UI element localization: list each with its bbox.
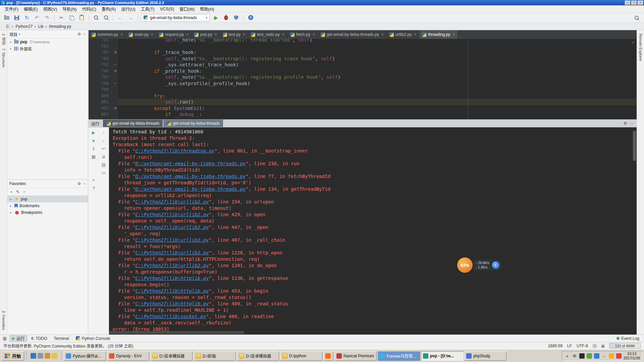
stacktrace-link[interactable]: C:\Python27\lib\urllib2.py bbox=[135, 263, 209, 268]
stacktrace-link[interactable]: C:\Python27\lib\socket.py bbox=[135, 314, 206, 319]
line-number[interactable]: 803 bbox=[89, 111, 113, 118]
add-favorite-icon[interactable]: + bbox=[10, 189, 13, 194]
editor-tab[interactable]: common.py× bbox=[89, 30, 126, 39]
stacktrace-link[interactable]: C:\Python27\lib\urllib2.py bbox=[135, 250, 209, 255]
copy-icon[interactable] bbox=[67, 14, 75, 22]
console-horizontal-scrollbar[interactable] bbox=[109, 331, 630, 334]
menu-item[interactable]: 窗口(W) bbox=[177, 5, 197, 13]
project-root-item[interactable]: ▸ pvp D:\www\pvp bbox=[7, 39, 88, 45]
ie-icon[interactable] bbox=[31, 353, 36, 359]
editor-tab[interactable]: test.py× bbox=[220, 30, 248, 39]
stacktrace-link[interactable]: C:\Python27\lib\urllib2.py bbox=[135, 237, 209, 243]
external-libraries-item[interactable]: ▸ 外部库 bbox=[7, 45, 88, 52]
chevron-right-icon[interactable]: ▸ bbox=[10, 211, 13, 214]
help-icon[interactable] bbox=[247, 14, 255, 22]
menu-item[interactable]: 重构(R) bbox=[99, 5, 118, 13]
soft-wraps-button[interactable]: ↩ bbox=[100, 145, 108, 152]
gear-icon[interactable]: ⚙ bbox=[77, 32, 81, 37]
breadcrumb-item[interactable]: Lib bbox=[36, 23, 46, 29]
encoding-indicator[interactable]: UTF-8 bbox=[577, 344, 588, 348]
console-output[interactable]: fetch thread by tid : 4914981860Exceptio… bbox=[109, 127, 637, 335]
toolwindow-button-remote-explorer[interactable]: Remote Explorer bbox=[639, 34, 643, 61]
toolwindow-button-structure[interactable]: 7: Structure bbox=[2, 48, 6, 67]
menu-item[interactable]: 导航(N) bbox=[60, 5, 79, 13]
net-speed-widget[interactable]: 82% ↑ 29.6K/s ↓ 1.3K/s + bbox=[457, 257, 502, 273]
chevron-right-icon[interactable]: ▸ bbox=[10, 47, 13, 50]
taskbar-button[interactable]: D:\前端 bbox=[194, 351, 236, 361]
line-number[interactable]: 795 bbox=[89, 62, 113, 68]
menu-item[interactable]: 编辑(E) bbox=[21, 5, 41, 13]
fold-marker-icon[interactable]: ⊟ bbox=[113, 49, 118, 56]
rerun-button[interactable]: ▶ bbox=[90, 129, 98, 136]
menu-item[interactable]: 工具(T) bbox=[138, 5, 157, 13]
explorer-icon[interactable] bbox=[52, 353, 57, 359]
minimize-button[interactable]: ─ bbox=[625, 1, 631, 5]
editor-tab[interactable]: fetch.py× bbox=[287, 30, 318, 39]
line-number[interactable]: 800 bbox=[89, 93, 113, 99]
show-desktop-icon[interactable] bbox=[38, 353, 43, 359]
fold-marker-icon[interactable]: ⌐ bbox=[113, 80, 118, 87]
run-icon[interactable]: ▶ bbox=[212, 14, 220, 22]
editor-tab[interactable]: test_redis.py× bbox=[248, 30, 287, 39]
highlighting-level-icon[interactable] bbox=[593, 344, 597, 348]
close-tab-icon[interactable]: × bbox=[120, 32, 123, 37]
edit-favorite-icon[interactable]: ✎ bbox=[16, 189, 20, 194]
stacktrace-link[interactable]: D:/python/get-email-by-tieba-threads.py bbox=[135, 161, 246, 166]
clear-all-button[interactable]: ▭ bbox=[100, 169, 108, 176]
stacktrace-link[interactable]: C:\Python27\lib\urllib2.py bbox=[135, 225, 209, 230]
stacktrace-link[interactable]: C:\Python27\lib\threading.py bbox=[135, 148, 214, 154]
breadcrumb-item[interactable]: Python27 bbox=[14, 23, 35, 29]
line-number[interactable]: 792 bbox=[89, 43, 113, 50]
scroll-to-end-button[interactable]: ⇊ bbox=[100, 153, 108, 160]
accelerate-button[interactable]: + bbox=[492, 261, 499, 269]
fold-marker-icon[interactable]: ⊟ bbox=[113, 68, 118, 74]
close-tab-icon[interactable]: × bbox=[151, 32, 153, 37]
print-button[interactable]: ▤ bbox=[100, 161, 108, 168]
close-tab-icon[interactable]: × bbox=[215, 32, 217, 37]
run-tab[interactable]: get-email-by-tieba-threads bbox=[163, 120, 223, 127]
taskbar-clock[interactable]: 23:13 2017/1/28 bbox=[624, 352, 640, 360]
stacktrace-link[interactable]: C:\Python27\lib\httplib.py bbox=[135, 276, 209, 281]
memory-percent-ball[interactable]: 82% bbox=[457, 257, 473, 273]
media-player-icon[interactable] bbox=[45, 353, 50, 359]
inspection-status-icon[interactable]: ✓ bbox=[632, 40, 635, 45]
taskbar-button[interactable]: D:\安卓模拟器 bbox=[150, 351, 193, 361]
close-tab-icon[interactable]: × bbox=[313, 32, 315, 37]
toolwindow-button-project[interactable]: 1: 项目 bbox=[1, 34, 6, 45]
open-icon[interactable] bbox=[3, 14, 11, 22]
toolwindow-button-todo[interactable]: 6: TODO bbox=[29, 336, 50, 341]
editor-tab[interactable]: get-email-by-tieba-threads.py× bbox=[318, 30, 387, 39]
taskbar-button[interactable] bbox=[323, 351, 333, 361]
breadcrumb-item[interactable]: C: bbox=[4, 23, 12, 29]
security-360-icon[interactable] bbox=[587, 353, 592, 359]
chevron-right-icon[interactable]: ▸ bbox=[10, 204, 13, 207]
line-number[interactable]: 801 bbox=[89, 99, 113, 105]
save-all-icon[interactable] bbox=[13, 14, 21, 22]
chevron-down-icon[interactable]: ▾ bbox=[19, 33, 21, 36]
sync-icon[interactable]: ↻ bbox=[23, 14, 31, 22]
line-number[interactable]: 793 bbox=[89, 49, 113, 56]
menu-item[interactable]: 帮助(H) bbox=[197, 5, 217, 13]
taskbar-button[interactable]: pvp - [D:\w... bbox=[421, 351, 463, 361]
stacktrace-link[interactable]: C:\Python27\lib\httplib.py bbox=[135, 288, 209, 294]
up-stack-trace-button[interactable]: ↑ bbox=[100, 129, 108, 136]
paste-icon[interactable] bbox=[77, 14, 86, 22]
editor-tab[interactable]: request.py× bbox=[156, 30, 192, 39]
debug-icon[interactable] bbox=[222, 14, 230, 22]
replace-icon[interactable] bbox=[102, 14, 110, 22]
hide-panel-icon[interactable]: ─ bbox=[83, 32, 86, 37]
fold-marker-icon[interactable]: ⌐ bbox=[113, 62, 118, 68]
close-button[interactable]: × bbox=[90, 176, 98, 184]
taskbar-button[interactable]: D:\安卓模拟器 bbox=[237, 351, 279, 361]
gear-icon[interactable]: ⚙ bbox=[77, 181, 81, 186]
line-ending-indicator[interactable]: LF bbox=[567, 344, 572, 348]
stacktrace-link[interactable]: D:/python/get-email-by-tieba-threads.py bbox=[135, 186, 246, 192]
down-stack-trace-button[interactable]: ↓ bbox=[100, 137, 108, 144]
start-button[interactable]: 开始 bbox=[1, 351, 24, 361]
speaker-icon[interactable]: ♪ bbox=[601, 353, 607, 359]
input-method-icon[interactable]: 中 bbox=[572, 353, 577, 359]
editor-tab[interactable]: urllib2.py× bbox=[387, 30, 419, 39]
stacktrace-link[interactable]: D:/python/get-email-by-tieba-threads.py bbox=[135, 174, 246, 179]
line-number[interactable]: 791 bbox=[89, 39, 113, 43]
toolwindow-button-terminal[interactable]: Terminal bbox=[51, 336, 72, 341]
